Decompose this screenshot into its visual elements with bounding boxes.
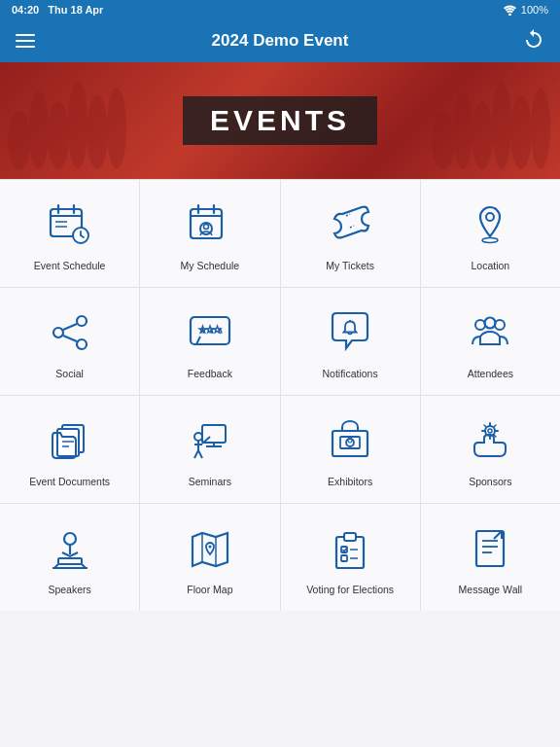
refresh-icon <box>523 28 544 50</box>
svg-point-32 <box>77 316 87 326</box>
event-schedule-label: Event Schedule <box>34 260 106 273</box>
grid-item-feedback[interactable]: Feedback <box>140 288 279 395</box>
hero-title: EVENTS <box>210 104 350 136</box>
grid-item-location[interactable]: Location <box>421 180 560 287</box>
attendees-label: Attendees <box>468 368 513 381</box>
grid-item-attendees[interactable]: Attendees <box>421 288 560 395</box>
message-wall-label: Message Wall <box>459 584 523 597</box>
wifi-icon <box>503 5 517 16</box>
header-title: 2024 Demo Event <box>212 31 349 51</box>
location-label: Location <box>472 260 510 273</box>
feedback-icon <box>183 305 237 360</box>
speakers-label: Speakers <box>48 584 90 597</box>
svg-line-28 <box>346 214 350 216</box>
floor-map-icon <box>183 521 237 576</box>
grid-item-notifications[interactable]: Notifications <box>281 288 420 395</box>
grid-item-sponsors[interactable]: Sponsors <box>421 396 560 503</box>
svg-line-56 <box>198 450 202 458</box>
voting-icon <box>323 521 377 576</box>
svg-point-5 <box>87 95 108 169</box>
svg-point-10 <box>492 82 511 169</box>
my-schedule-icon <box>183 197 237 252</box>
grid-item-message-wall[interactable]: Message Wall <box>421 504 560 611</box>
seminars-label: Seminars <box>189 476 231 489</box>
svg-point-73 <box>64 533 76 545</box>
svg-point-2 <box>29 91 49 169</box>
my-schedule-label: My Schedule <box>181 260 240 273</box>
svg-point-9 <box>472 101 493 169</box>
event-documents-label: Event Documents <box>29 476 110 489</box>
menu-grid: Event Schedule My Schedule My Tickets <box>0 179 560 611</box>
svg-line-55 <box>194 450 198 458</box>
svg-rect-58 <box>332 431 368 456</box>
speakers-icon <box>43 521 97 576</box>
voting-label: Voting for Elections <box>306 584 394 597</box>
message-wall-icon <box>463 521 517 576</box>
hero-right-crowd <box>424 62 560 179</box>
grid-item-event-schedule[interactable]: Event Schedule <box>0 180 139 287</box>
svg-point-31 <box>482 238 498 243</box>
app-header: 2024 Demo Event <box>0 19 560 62</box>
grid-item-my-tickets[interactable]: My Tickets <box>281 180 420 287</box>
svg-rect-88 <box>476 531 504 566</box>
notifications-icon <box>323 305 377 360</box>
sponsors-label: Sponsors <box>469 476 511 489</box>
floor-map-label: Floor Map <box>187 584 232 597</box>
svg-point-3 <box>48 101 69 169</box>
event-schedule-icon <box>43 197 97 252</box>
svg-rect-75 <box>58 558 82 564</box>
social-icon <box>43 305 97 360</box>
svg-line-36 <box>63 336 77 341</box>
hero-banner: EVENTS <box>0 62 560 179</box>
grid-item-seminars[interactable]: Seminars <box>140 396 279 503</box>
svg-point-8 <box>453 91 472 169</box>
svg-line-69 <box>484 425 486 427</box>
svg-point-12 <box>531 88 550 169</box>
svg-point-7 <box>432 111 455 169</box>
my-tickets-icon <box>323 197 377 252</box>
grid-item-social[interactable]: Social <box>0 288 139 395</box>
svg-point-33 <box>53 328 63 338</box>
grid-item-floor-map[interactable]: Floor Map <box>140 504 279 611</box>
svg-point-0 <box>508 13 511 16</box>
feedback-label: Feedback <box>188 368 232 381</box>
location-icon <box>463 197 517 252</box>
svg-point-41 <box>475 320 485 330</box>
status-bar: 04:20 Thu 18 Apr 100% <box>0 0 560 19</box>
menu-button[interactable] <box>16 34 35 48</box>
hero-title-box: EVENTS <box>183 96 377 145</box>
my-tickets-label: My Tickets <box>326 260 374 273</box>
grid-item-voting[interactable]: Voting for Elections <box>281 504 420 611</box>
grid-item-exhibitors[interactable]: Exhibitors <box>281 396 420 503</box>
svg-point-34 <box>77 339 87 349</box>
status-indicators: 100% <box>503 4 548 16</box>
attendees-icon <box>463 305 517 360</box>
svg-marker-39 <box>206 326 213 333</box>
hero-left-crowd <box>0 62 136 179</box>
refresh-button[interactable] <box>523 28 544 53</box>
grid-item-my-schedule[interactable]: My Schedule <box>140 180 279 287</box>
svg-point-6 <box>107 88 126 169</box>
grid-item-event-documents[interactable]: Event Documents <box>0 396 139 503</box>
hamburger-icon <box>16 34 35 48</box>
sponsors-icon <box>463 413 517 468</box>
svg-marker-40 <box>214 326 221 333</box>
svg-rect-83 <box>344 533 356 541</box>
svg-line-71 <box>494 425 496 427</box>
svg-line-92 <box>494 531 502 539</box>
event-documents-icon <box>43 413 97 468</box>
svg-point-52 <box>194 433 202 441</box>
notifications-label: Notifications <box>323 368 378 381</box>
battery-text: 100% <box>521 4 548 16</box>
grid-item-speakers[interactable]: Speakers <box>0 504 139 611</box>
svg-point-30 <box>486 213 494 221</box>
svg-point-64 <box>488 429 492 433</box>
seminars-icon <box>183 413 237 468</box>
svg-point-42 <box>485 318 496 329</box>
status-time-date: 04:20 Thu 18 Apr <box>12 4 103 16</box>
svg-rect-85 <box>341 555 347 561</box>
svg-line-29 <box>350 226 354 228</box>
svg-point-81 <box>208 546 211 549</box>
exhibitors-icon <box>323 413 377 468</box>
svg-point-11 <box>510 95 532 169</box>
